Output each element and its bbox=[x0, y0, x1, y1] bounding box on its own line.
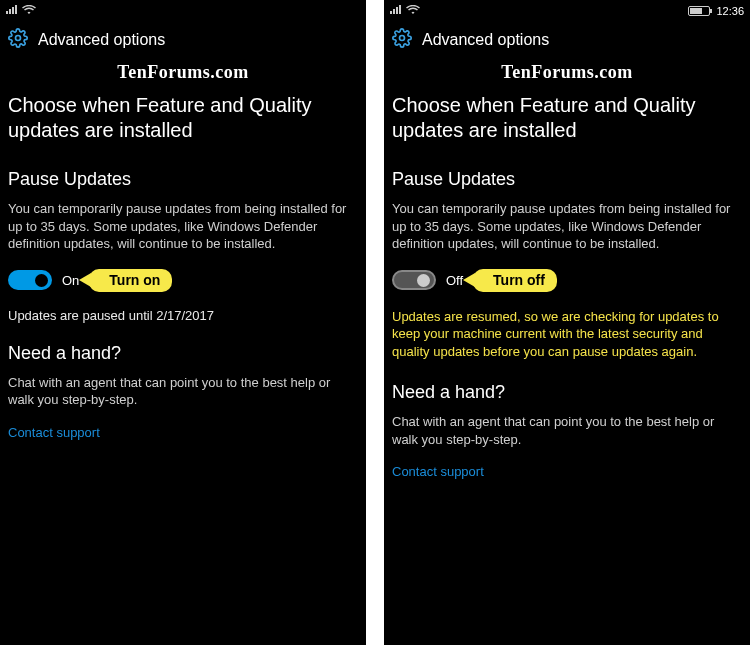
resume-note-text: Updates are resumed, so we are checking … bbox=[392, 308, 742, 361]
gear-icon bbox=[8, 28, 28, 52]
paused-until-text: Updates are paused until 2/17/2017 bbox=[8, 308, 358, 323]
main-heading: Choose when Feature and Quality updates … bbox=[392, 93, 742, 143]
status-bar bbox=[0, 0, 366, 20]
need-hand-heading: Need a hand? bbox=[392, 382, 742, 403]
wifi-icon bbox=[22, 5, 36, 17]
battery-icon bbox=[688, 6, 710, 16]
pause-updates-heading: Pause Updates bbox=[392, 169, 742, 190]
page-title: Advanced options bbox=[422, 31, 549, 49]
main-heading: Choose when Feature and Quality updates … bbox=[8, 93, 358, 143]
toggle-state-label: Off bbox=[446, 273, 463, 288]
contact-support-link[interactable]: Contact support bbox=[392, 464, 742, 479]
need-hand-heading: Need a hand? bbox=[8, 343, 358, 364]
svg-point-0 bbox=[16, 36, 21, 41]
pause-updates-desc: You can temporarily pause updates from b… bbox=[392, 200, 742, 253]
gear-icon bbox=[392, 28, 412, 52]
wifi-icon bbox=[406, 5, 420, 17]
contact-support-link[interactable]: Contact support bbox=[8, 425, 358, 440]
pause-updates-desc: You can temporarily pause updates from b… bbox=[8, 200, 358, 253]
clock: 12:36 bbox=[716, 5, 744, 17]
annotation-callout: Turn on bbox=[89, 269, 172, 292]
page-header: Advanced options bbox=[384, 20, 750, 56]
page-title: Advanced options bbox=[38, 31, 165, 49]
need-hand-desc: Chat with an agent that can point you to… bbox=[8, 374, 358, 409]
svg-point-1 bbox=[400, 36, 405, 41]
phone-screenshot-on: Advanced options TenForums.com Choose wh… bbox=[0, 0, 366, 645]
cellular-signal-icon bbox=[390, 5, 402, 17]
pause-updates-toggle[interactable] bbox=[8, 270, 52, 290]
toggle-state-label: On bbox=[62, 273, 79, 288]
pause-updates-heading: Pause Updates bbox=[8, 169, 358, 190]
pause-updates-toggle[interactable] bbox=[392, 270, 436, 290]
watermark: TenForums.com bbox=[0, 56, 366, 93]
cellular-signal-icon bbox=[6, 5, 18, 17]
page-header: Advanced options bbox=[0, 20, 366, 56]
watermark: TenForums.com bbox=[384, 56, 750, 93]
phone-screenshot-off: 12:36 Advanced options TenForums.com Cho… bbox=[384, 0, 750, 645]
need-hand-desc: Chat with an agent that can point you to… bbox=[392, 413, 742, 448]
status-bar: 12:36 bbox=[384, 0, 750, 20]
annotation-callout: Turn off bbox=[473, 269, 557, 292]
